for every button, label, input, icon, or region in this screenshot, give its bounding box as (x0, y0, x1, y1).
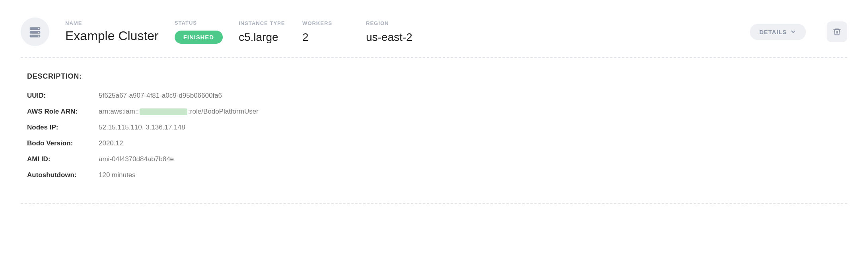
svg-point-4 (38, 32, 39, 33)
autoshutdown-value: 120 minutes (99, 171, 136, 179)
arn-prefix: arn:aws:iam:: (99, 108, 139, 115)
workers-group: WORKERS 2 (302, 20, 350, 44)
autoshutdown-key: Autoshutdown: (27, 171, 99, 179)
aws-role-arn-key: AWS Role ARN: (27, 108, 99, 116)
ami-id-row: AMI ID: ami-04f4370d84ab7b84e (27, 155, 841, 163)
bodo-version-value: 2020.12 (99, 139, 123, 147)
cluster-name: Example Cluster (65, 29, 159, 43)
details-button[interactable]: DETAILS (750, 24, 806, 40)
cluster-details-section: DESCRIPTION: UUID: 5f625a67-a907-4f81-a0… (8, 60, 860, 200)
svg-point-3 (38, 28, 39, 29)
region-group: REGION us-east-2 (366, 20, 414, 44)
top-divider (21, 57, 847, 58)
status-badge: FINISHED (175, 31, 223, 44)
details-button-label: DETAILS (759, 29, 787, 35)
status-label: STATUS (175, 20, 223, 26)
svg-point-5 (38, 36, 39, 37)
name-label: NAME (65, 20, 159, 26)
uuid-row: UUID: 5f625a67-a907-4f81-a0c9-d95b06600f… (27, 92, 841, 100)
bottom-divider (21, 203, 847, 204)
arn-redacted (140, 108, 187, 115)
nodes-ip-row: Nodes IP: 52.15.115.110, 3.136.17.148 (27, 124, 841, 131)
cluster-icon (27, 24, 43, 39)
delete-button[interactable] (827, 21, 847, 42)
status-group: STATUS FINISHED (175, 20, 223, 44)
cluster-icon-wrapper (21, 17, 49, 46)
nodes-ip-value: 52.15.115.110, 3.136.17.148 (99, 124, 185, 131)
workers-label: WORKERS (302, 20, 350, 26)
cluster-card: NAME Example Cluster STATUS FINISHED INS… (8, 8, 860, 204)
cluster-header: NAME Example Cluster STATUS FINISHED INS… (8, 8, 860, 56)
trash-icon (833, 27, 841, 36)
instance-type-value: c5.large (239, 31, 286, 44)
arn-suffix: :role/BodoPlatformUser (188, 108, 259, 115)
aws-role-arn-row: AWS Role ARN: arn:aws:iam:: :role/BodoPl… (27, 108, 841, 116)
instance-type-group: INSTANCE TYPE c5.large (239, 20, 286, 44)
aws-role-arn-value: arn:aws:iam:: :role/BodoPlatformUser (99, 108, 259, 116)
chevron-down-icon (790, 29, 796, 35)
description-title: DESCRIPTION: (27, 72, 841, 81)
workers-value: 2 (302, 31, 350, 44)
ami-id-value: ami-04f4370d84ab7b84e (99, 155, 174, 163)
autoshutdown-row: Autoshutdown: 120 minutes (27, 171, 841, 179)
bodo-version-row: Bodo Version: 2020.12 (27, 139, 841, 147)
region-value: us-east-2 (366, 31, 414, 44)
nodes-ip-key: Nodes IP: (27, 124, 99, 131)
instance-type-label: INSTANCE TYPE (239, 20, 286, 26)
ami-id-key: AMI ID: (27, 155, 99, 163)
uuid-key: UUID: (27, 92, 99, 100)
region-label: REGION (366, 20, 414, 26)
bodo-version-key: Bodo Version: (27, 139, 99, 147)
cluster-name-group: NAME Example Cluster (65, 20, 159, 43)
uuid-value: 5f625a67-a907-4f81-a0c9-d95b06600fa6 (99, 92, 222, 100)
